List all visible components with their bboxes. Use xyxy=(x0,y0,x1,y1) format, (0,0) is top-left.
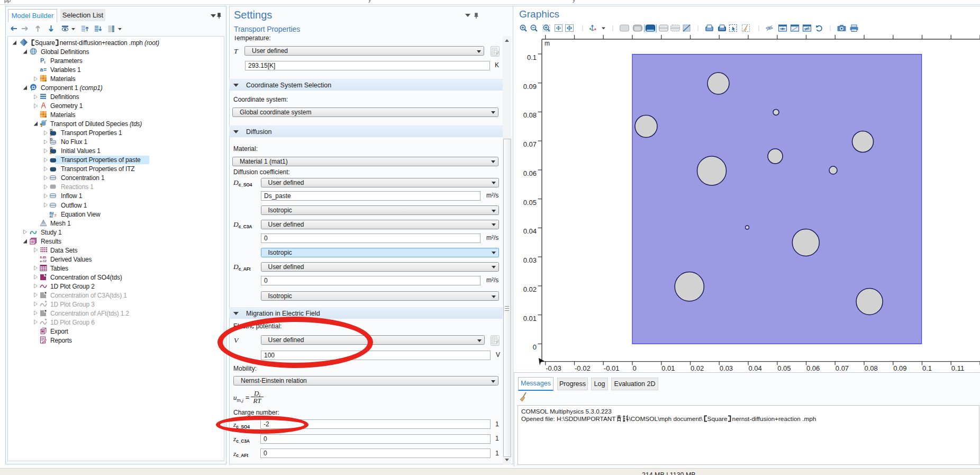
svg-text:e-12: e-12 xyxy=(40,259,47,263)
svg-text:0.02: 0.02 xyxy=(523,285,537,293)
svg-text:a: a xyxy=(40,66,43,73)
svg-text:0.09: 0.09 xyxy=(523,83,537,91)
svg-text:8.85: 8.85 xyxy=(40,255,47,259)
svg-text:0.04: 0.04 xyxy=(749,364,762,372)
svg-text:0.07: 0.07 xyxy=(523,140,537,148)
svg-text:0: 0 xyxy=(533,343,537,351)
svg-text:0.09: 0.09 xyxy=(893,364,906,372)
svg-text:0.06: 0.06 xyxy=(806,364,820,372)
svg-text:0.05: 0.05 xyxy=(523,199,537,207)
svg-text:0.11: 0.11 xyxy=(951,364,964,372)
svg-text:Ω: Ω xyxy=(32,85,35,90)
svg-text:0.08: 0.08 xyxy=(865,364,878,372)
svg-text:0.03: 0.03 xyxy=(720,364,733,372)
svg-text:0.07: 0.07 xyxy=(836,364,849,372)
svg-text:-0.02: -0.02 xyxy=(575,364,591,372)
svg-text:-0.03: -0.03 xyxy=(546,364,561,372)
svg-text:-0.01: -0.01 xyxy=(604,364,620,372)
svg-text::f: :f xyxy=(53,213,57,218)
svg-text:0.1: 0.1 xyxy=(527,53,537,61)
svg-text:at: at xyxy=(50,214,53,218)
svg-text:0.06: 0.06 xyxy=(523,169,537,177)
svg-text:0.02: 0.02 xyxy=(691,364,704,372)
svg-text:0.05: 0.05 xyxy=(777,364,791,372)
svg-text:0.03: 0.03 xyxy=(523,256,537,264)
svg-text:0.01: 0.01 xyxy=(523,315,537,322)
svg-text:P: P xyxy=(40,57,44,64)
svg-text:i: i xyxy=(44,60,46,65)
svg-text:=: = xyxy=(43,66,47,73)
svg-text:0.1: 0.1 xyxy=(922,364,932,372)
svg-text:0.08: 0.08 xyxy=(523,111,537,119)
svg-text:0.04: 0.04 xyxy=(523,227,537,235)
svg-text:0: 0 xyxy=(633,364,637,372)
svg-text:0.01: 0.01 xyxy=(661,364,675,372)
svg-text:m: m xyxy=(545,40,550,47)
